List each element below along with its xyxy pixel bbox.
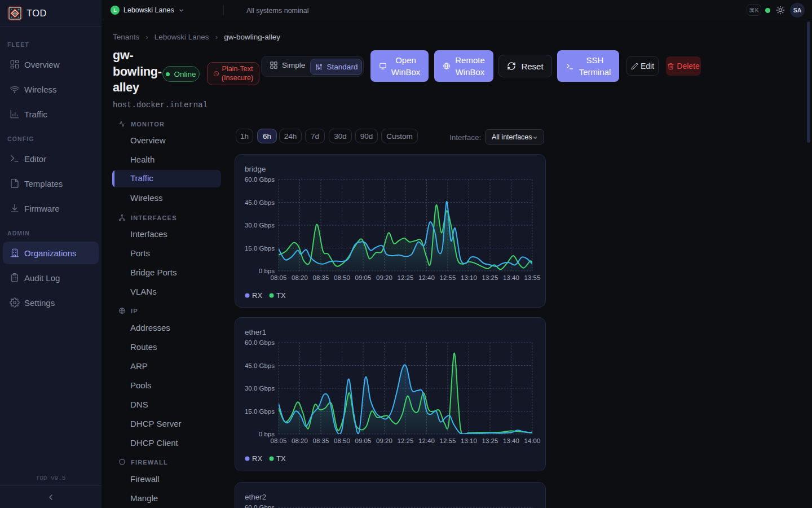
svg-text:12:55: 12:55: [440, 274, 456, 281]
svg-text:15.0 Gbps: 15.0 Gbps: [245, 245, 275, 252]
svg-text:15.0 Gbps: 15.0 Gbps: [245, 408, 275, 415]
svg-text:30.0 Gbps: 30.0 Gbps: [245, 222, 275, 229]
svg-text:08:50: 08:50: [334, 274, 350, 281]
svg-text:13:25: 13:25: [482, 437, 498, 444]
svg-text:13:55: 13:55: [524, 274, 541, 281]
svg-text:08:05: 08:05: [271, 437, 287, 444]
svg-text:12:40: 12:40: [418, 437, 435, 444]
svg-text:13:40: 13:40: [503, 437, 519, 444]
svg-text:09:20: 09:20: [376, 274, 392, 281]
svg-text:45.0 Gbps: 45.0 Gbps: [245, 199, 275, 206]
svg-text:09:05: 09:05: [355, 437, 372, 444]
svg-text:09:05: 09:05: [355, 274, 372, 281]
svg-text:08:50: 08:50: [334, 437, 350, 444]
svg-text:08:05: 08:05: [271, 274, 287, 281]
svg-text:13:40: 13:40: [503, 274, 519, 281]
svg-text:60.0 Gbps: 60.0 Gbps: [245, 339, 275, 346]
svg-text:12:40: 12:40: [418, 274, 435, 281]
svg-text:TX: TX: [276, 454, 286, 463]
svg-text:08:35: 08:35: [313, 274, 329, 281]
svg-text:30.0 Gbps: 30.0 Gbps: [245, 385, 275, 392]
svg-text:13:25: 13:25: [482, 274, 498, 281]
svg-text:45.0 Gbps: 45.0 Gbps: [245, 362, 275, 369]
svg-text:ether1: ether1: [245, 328, 266, 336]
svg-text:60.0 Gbps: 60.0 Gbps: [245, 176, 275, 183]
svg-text:09:20: 09:20: [376, 437, 392, 444]
svg-text:60.0 Gbps: 60.0 Gbps: [245, 504, 275, 508]
svg-text:13:10: 13:10: [461, 274, 477, 281]
svg-text:bridge: bridge: [245, 165, 266, 173]
svg-text:12:25: 12:25: [398, 437, 414, 444]
svg-text:14:00: 14:00: [524, 437, 541, 444]
svg-text:08:20: 08:20: [292, 437, 308, 444]
svg-text:08:20: 08:20: [292, 274, 308, 281]
svg-text:RX: RX: [252, 291, 262, 300]
svg-text:08:35: 08:35: [313, 437, 329, 444]
svg-text:12:25: 12:25: [398, 274, 414, 281]
svg-text:ether2: ether2: [245, 493, 266, 501]
svg-text:RX: RX: [252, 454, 262, 463]
svg-text:TX: TX: [276, 291, 286, 300]
svg-text:0 bps: 0 bps: [259, 268, 275, 274]
svg-text:13:10: 13:10: [461, 437, 477, 444]
svg-text:0 bps: 0 bps: [259, 431, 275, 437]
svg-text:12:55: 12:55: [440, 437, 456, 444]
